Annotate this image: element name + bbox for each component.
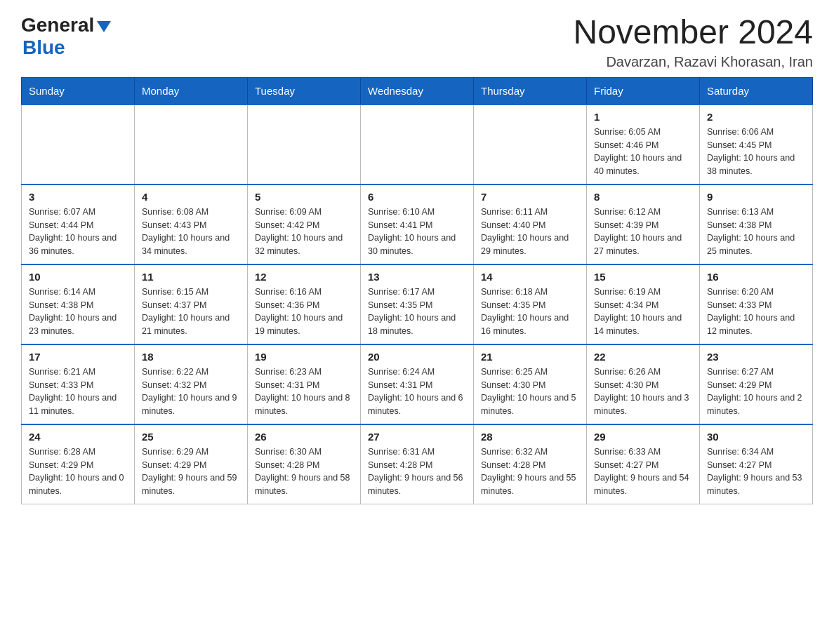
day-number: 19	[255, 351, 353, 363]
day-info: Sunrise: 6:25 AMSunset: 4:30 PMDaylight:…	[481, 365, 579, 418]
day-info: Sunrise: 6:27 AMSunset: 4:29 PMDaylight:…	[707, 365, 805, 418]
day-number: 5	[255, 191, 353, 203]
calendar-cell: 2Sunrise: 6:06 AMSunset: 4:45 PMDaylight…	[700, 105, 813, 185]
location-subtitle: Davarzan, Razavi Khorasan, Iran	[573, 54, 813, 70]
logo-blue-text: Blue	[22, 36, 65, 59]
calendar-week-row: 1Sunrise: 6:05 AMSunset: 4:46 PMDaylight…	[22, 105, 813, 185]
day-number: 12	[255, 271, 353, 283]
day-info: Sunrise: 6:12 AMSunset: 4:39 PMDaylight:…	[594, 206, 692, 258]
calendar-cell: 8Sunrise: 6:12 AMSunset: 4:39 PMDaylight…	[587, 185, 700, 264]
day-number: 24	[29, 431, 127, 443]
day-number: 13	[368, 271, 466, 283]
calendar-cell: 29Sunrise: 6:33 AMSunset: 4:27 PMDayligh…	[587, 424, 700, 504]
weekday-header: Sunday	[22, 77, 135, 105]
day-info: Sunrise: 6:08 AMSunset: 4:43 PMDaylight:…	[142, 206, 240, 258]
title-area: November 2024 Davarzan, Razavi Khorasan,…	[573, 14, 813, 70]
calendar-cell: 26Sunrise: 6:30 AMSunset: 4:28 PMDayligh…	[248, 424, 361, 504]
calendar-cell: 22Sunrise: 6:26 AMSunset: 4:30 PMDayligh…	[587, 344, 700, 424]
day-number: 29	[594, 431, 692, 443]
day-number: 7	[481, 191, 579, 203]
day-number: 9	[707, 191, 805, 203]
calendar-table: SundayMondayTuesdayWednesdayThursdayFrid…	[21, 77, 813, 504]
day-info: Sunrise: 6:16 AMSunset: 4:36 PMDaylight:…	[255, 286, 353, 338]
day-info: Sunrise: 6:31 AMSunset: 4:28 PMDaylight:…	[368, 445, 466, 498]
calendar-cell: 9Sunrise: 6:13 AMSunset: 4:38 PMDaylight…	[700, 185, 813, 264]
calendar-cell: 5Sunrise: 6:09 AMSunset: 4:42 PMDaylight…	[248, 185, 361, 264]
calendar-cell: 14Sunrise: 6:18 AMSunset: 4:35 PMDayligh…	[474, 264, 587, 344]
calendar-week-row: 3Sunrise: 6:07 AMSunset: 4:44 PMDaylight…	[22, 185, 813, 264]
day-number: 3	[29, 191, 127, 203]
header: General Blue November 2024 Davarzan, Raz…	[21, 14, 813, 70]
month-title: November 2024	[573, 14, 813, 51]
day-info: Sunrise: 6:10 AMSunset: 4:41 PMDaylight:…	[368, 206, 466, 258]
day-info: Sunrise: 6:21 AMSunset: 4:33 PMDaylight:…	[29, 365, 127, 418]
calendar-cell: 24Sunrise: 6:28 AMSunset: 4:29 PMDayligh…	[22, 424, 135, 504]
weekday-header-row: SundayMondayTuesdayWednesdayThursdayFrid…	[22, 77, 813, 105]
day-number: 20	[368, 351, 466, 363]
day-number: 26	[255, 431, 353, 443]
day-info: Sunrise: 6:20 AMSunset: 4:33 PMDaylight:…	[707, 286, 805, 338]
day-number: 21	[481, 351, 579, 363]
day-number: 14	[481, 271, 579, 283]
calendar-cell: 16Sunrise: 6:20 AMSunset: 4:33 PMDayligh…	[700, 264, 813, 344]
day-info: Sunrise: 6:17 AMSunset: 4:35 PMDaylight:…	[368, 286, 466, 338]
day-info: Sunrise: 6:06 AMSunset: 4:45 PMDaylight:…	[707, 126, 805, 178]
day-number: 8	[594, 191, 692, 203]
calendar-cell	[474, 105, 587, 185]
day-info: Sunrise: 6:14 AMSunset: 4:38 PMDaylight:…	[29, 286, 127, 338]
calendar-cell: 21Sunrise: 6:25 AMSunset: 4:30 PMDayligh…	[474, 344, 587, 424]
day-number: 4	[142, 191, 240, 203]
calendar-cell: 27Sunrise: 6:31 AMSunset: 4:28 PMDayligh…	[361, 424, 474, 504]
day-info: Sunrise: 6:07 AMSunset: 4:44 PMDaylight:…	[29, 206, 127, 258]
day-info: Sunrise: 6:29 AMSunset: 4:29 PMDaylight:…	[142, 445, 240, 498]
calendar-cell: 7Sunrise: 6:11 AMSunset: 4:40 PMDaylight…	[474, 185, 587, 264]
calendar-cell: 1Sunrise: 6:05 AMSunset: 4:46 PMDaylight…	[587, 105, 700, 185]
calendar-cell: 20Sunrise: 6:24 AMSunset: 4:31 PMDayligh…	[361, 344, 474, 424]
calendar-week-row: 17Sunrise: 6:21 AMSunset: 4:33 PMDayligh…	[22, 344, 813, 424]
day-number: 17	[29, 351, 127, 363]
day-info: Sunrise: 6:09 AMSunset: 4:42 PMDaylight:…	[255, 206, 353, 258]
calendar-cell: 18Sunrise: 6:22 AMSunset: 4:32 PMDayligh…	[135, 344, 248, 424]
day-number: 23	[707, 351, 805, 363]
weekday-header: Monday	[135, 77, 248, 105]
day-info: Sunrise: 6:22 AMSunset: 4:32 PMDaylight:…	[142, 365, 240, 418]
day-info: Sunrise: 6:24 AMSunset: 4:31 PMDaylight:…	[368, 365, 466, 418]
calendar-cell: 28Sunrise: 6:32 AMSunset: 4:28 PMDayligh…	[474, 424, 587, 504]
day-info: Sunrise: 6:34 AMSunset: 4:27 PMDaylight:…	[707, 445, 805, 498]
day-info: Sunrise: 6:11 AMSunset: 4:40 PMDaylight:…	[481, 206, 579, 258]
day-info: Sunrise: 6:18 AMSunset: 4:35 PMDaylight:…	[481, 286, 579, 338]
day-number: 18	[142, 351, 240, 363]
day-info: Sunrise: 6:33 AMSunset: 4:27 PMDaylight:…	[594, 445, 692, 498]
calendar-cell: 25Sunrise: 6:29 AMSunset: 4:29 PMDayligh…	[135, 424, 248, 504]
day-info: Sunrise: 6:32 AMSunset: 4:28 PMDaylight:…	[481, 445, 579, 498]
calendar-cell: 13Sunrise: 6:17 AMSunset: 4:35 PMDayligh…	[361, 264, 474, 344]
weekday-header: Friday	[587, 77, 700, 105]
calendar-cell: 19Sunrise: 6:23 AMSunset: 4:31 PMDayligh…	[248, 344, 361, 424]
day-info: Sunrise: 6:19 AMSunset: 4:34 PMDaylight:…	[594, 286, 692, 338]
calendar-cell: 6Sunrise: 6:10 AMSunset: 4:41 PMDaylight…	[361, 185, 474, 264]
calendar-cell: 15Sunrise: 6:19 AMSunset: 4:34 PMDayligh…	[587, 264, 700, 344]
calendar-cell: 12Sunrise: 6:16 AMSunset: 4:36 PMDayligh…	[248, 264, 361, 344]
day-number: 2	[707, 111, 805, 123]
weekday-header: Saturday	[700, 77, 813, 105]
calendar-cell: 10Sunrise: 6:14 AMSunset: 4:38 PMDayligh…	[22, 264, 135, 344]
day-number: 25	[142, 431, 240, 443]
logo: General Blue	[21, 14, 111, 59]
day-number: 30	[707, 431, 805, 443]
calendar-cell	[22, 105, 135, 185]
day-number: 11	[142, 271, 240, 283]
calendar-cell	[361, 105, 474, 185]
calendar-cell: 17Sunrise: 6:21 AMSunset: 4:33 PMDayligh…	[22, 344, 135, 424]
day-info: Sunrise: 6:13 AMSunset: 4:38 PMDaylight:…	[707, 206, 805, 258]
day-number: 1	[594, 111, 692, 123]
calendar-cell: 4Sunrise: 6:08 AMSunset: 4:43 PMDaylight…	[135, 185, 248, 264]
calendar-cell: 30Sunrise: 6:34 AMSunset: 4:27 PMDayligh…	[700, 424, 813, 504]
calendar-cell	[248, 105, 361, 185]
day-number: 22	[594, 351, 692, 363]
day-info: Sunrise: 6:26 AMSunset: 4:30 PMDaylight:…	[594, 365, 692, 418]
day-info: Sunrise: 6:05 AMSunset: 4:46 PMDaylight:…	[594, 126, 692, 178]
calendar-week-row: 24Sunrise: 6:28 AMSunset: 4:29 PMDayligh…	[22, 424, 813, 504]
day-number: 16	[707, 271, 805, 283]
day-info: Sunrise: 6:23 AMSunset: 4:31 PMDaylight:…	[255, 365, 353, 418]
calendar-cell: 3Sunrise: 6:07 AMSunset: 4:44 PMDaylight…	[22, 185, 135, 264]
